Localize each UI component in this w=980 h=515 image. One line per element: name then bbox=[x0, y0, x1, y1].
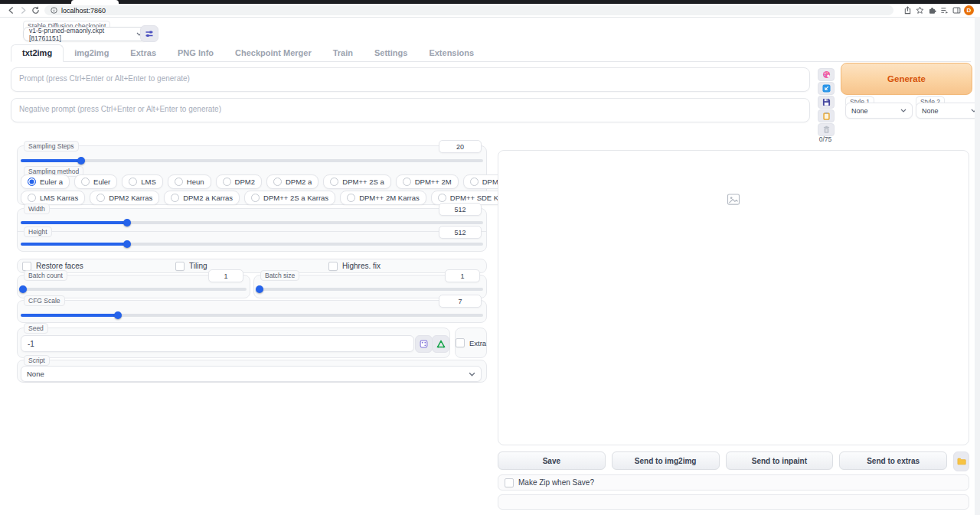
share-icon[interactable] bbox=[901, 5, 913, 17]
radio-icon bbox=[129, 178, 137, 186]
tiling-checkbox[interactable]: Tiling bbox=[175, 262, 328, 271]
open-output-folder-button[interactable] bbox=[953, 451, 969, 471]
generate-button[interactable]: Generate bbox=[841, 63, 972, 95]
reuse-seed-button[interactable] bbox=[432, 335, 449, 353]
script-dropdown[interactable]: None bbox=[21, 366, 482, 382]
sampler-label: LMS Karras bbox=[40, 194, 78, 202]
sampling-steps-value[interactable] bbox=[439, 140, 482, 153]
style1-dropdown[interactable]: None bbox=[845, 103, 913, 119]
radio-icon bbox=[403, 178, 411, 186]
site-info-icon[interactable] bbox=[51, 7, 57, 14]
extensions-puzzle-icon[interactable] bbox=[926, 5, 938, 17]
save-style-button[interactable] bbox=[818, 96, 835, 109]
send-to-extras-button[interactable]: Send to extras bbox=[839, 451, 947, 470]
sampler-dpm2[interactable]: DPM2 bbox=[216, 174, 262, 189]
slider-handle[interactable] bbox=[256, 285, 263, 293]
batch-size-label: Batch size bbox=[260, 270, 299, 281]
width-value[interactable] bbox=[439, 203, 482, 216]
url-bar[interactable]: localhost:7860 bbox=[44, 5, 893, 15]
height-value[interactable] bbox=[439, 226, 482, 239]
prompt-input[interactable] bbox=[11, 67, 810, 92]
tab-extensions[interactable]: Extensions bbox=[418, 45, 485, 61]
tab-settings[interactable]: Settings bbox=[364, 45, 418, 61]
seed-input[interactable] bbox=[21, 335, 414, 352]
tab-train[interactable]: Train bbox=[322, 45, 364, 61]
sampler-euler[interactable]: Euler bbox=[74, 174, 117, 189]
reload-icon[interactable] bbox=[29, 5, 41, 17]
random-artist-button[interactable] bbox=[818, 68, 835, 81]
slider-handle[interactable] bbox=[19, 285, 27, 293]
batch-count-slider[interactable] bbox=[21, 288, 247, 291]
back-icon[interactable] bbox=[5, 5, 17, 17]
sampler-lms[interactable]: LMS bbox=[122, 174, 163, 189]
sampler-dpm2-karras[interactable]: DPM2 Karras bbox=[90, 191, 159, 205]
bookmark-star-icon[interactable] bbox=[913, 5, 926, 17]
side-panel-icon[interactable] bbox=[950, 5, 962, 17]
random-seed-button[interactable] bbox=[415, 335, 433, 353]
highres-fix-label: Highres. fix bbox=[342, 262, 381, 270]
batch-size-value[interactable] bbox=[445, 269, 480, 282]
radio-icon bbox=[347, 194, 355, 202]
height-slider[interactable] bbox=[21, 243, 483, 246]
scrollbar[interactable] bbox=[975, 17, 980, 515]
batch-size-slider[interactable] bbox=[257, 288, 483, 291]
make-zip-checkbox[interactable]: Make Zip when Save? bbox=[505, 478, 594, 487]
sampling-steps-label: Sampling Steps bbox=[24, 141, 79, 152]
recycle-icon bbox=[436, 340, 446, 348]
extra-label: Extra bbox=[469, 339, 486, 347]
forward-icon[interactable] bbox=[17, 5, 29, 17]
sampler-label: DPM2 bbox=[235, 178, 255, 186]
cfg-scale-slider[interactable] bbox=[21, 314, 483, 317]
chevron-down-icon bbox=[900, 109, 906, 112]
checkbox-icon bbox=[22, 262, 31, 271]
media-controls-icon[interactable] bbox=[938, 5, 950, 17]
save-button[interactable]: Save bbox=[498, 451, 606, 470]
generation-info-box bbox=[498, 494, 969, 510]
sampler-dpm-2s-a[interactable]: DPM++ 2S a bbox=[323, 174, 390, 189]
restore-faces-checkbox[interactable]: Restore faces bbox=[22, 262, 175, 271]
refresh-checkpoints-button[interactable] bbox=[140, 25, 158, 42]
paste-generation-params-button[interactable] bbox=[818, 82, 835, 95]
style2-dropdown[interactable]: None bbox=[916, 103, 980, 119]
slider-handle[interactable] bbox=[114, 311, 122, 319]
tab-png-info[interactable]: PNG Info bbox=[167, 45, 224, 61]
output-actions-row: SaveSend to img2imgSend to inpaintSend t… bbox=[498, 451, 969, 470]
tab-txt2img[interactable]: txt2img bbox=[11, 44, 64, 62]
checkbox-icon bbox=[175, 262, 185, 271]
slider-handle[interactable] bbox=[123, 240, 131, 248]
sampler-dpm-2m[interactable]: DPM++ 2M bbox=[396, 174, 459, 189]
sampler-dpm-2s-a-karras[interactable]: DPM++ 2S a Karras bbox=[244, 191, 335, 205]
slider-fill bbox=[21, 314, 118, 317]
sampler-euler-a[interactable]: Euler a bbox=[21, 174, 70, 189]
send-to-inpaint-button[interactable]: Send to inpaint bbox=[726, 451, 834, 470]
style2-value: None bbox=[922, 107, 939, 115]
slider-handle[interactable] bbox=[123, 219, 131, 227]
tab-checkpoint-merger[interactable]: Checkpoint Merger bbox=[224, 45, 322, 61]
sampler-label: DPM++ 2M Karras bbox=[359, 194, 420, 202]
sampler-label: Euler a bbox=[40, 178, 63, 186]
sampler-dpm2-a-karras[interactable]: DPM2 a Karras bbox=[164, 191, 240, 205]
tab-img2img[interactable]: img2img bbox=[64, 45, 119, 61]
sampler-heun[interactable]: Heun bbox=[168, 174, 211, 189]
sampler-dpm2-a[interactable]: DPM2 a bbox=[266, 174, 318, 189]
palette-icon bbox=[822, 70, 831, 79]
extra-checkbox[interactable]: Extra bbox=[456, 338, 486, 347]
negative-prompt-input[interactable] bbox=[11, 98, 810, 122]
slider-handle[interactable] bbox=[77, 157, 85, 165]
send-to-img2img-button[interactable]: Send to img2img bbox=[612, 451, 720, 470]
tab-extras[interactable]: Extras bbox=[119, 45, 167, 61]
token-counter: 0/75 bbox=[813, 135, 838, 143]
cfg-scale-value[interactable] bbox=[439, 295, 482, 308]
sampling-steps-slider[interactable] bbox=[21, 159, 483, 162]
script-label: Script bbox=[24, 355, 50, 366]
size-group: Width Height bbox=[17, 208, 487, 252]
radio-icon bbox=[251, 194, 260, 202]
sampler-dpm-2m-karras[interactable]: DPM++ 2M Karras bbox=[340, 191, 426, 205]
checkpoint-dropdown[interactable]: v1-5-pruned-emaonly.ckpt [81761151] bbox=[23, 27, 149, 41]
profile-avatar[interactable]: D bbox=[964, 5, 974, 15]
batch-count-value[interactable] bbox=[208, 269, 243, 282]
apply-style-button[interactable] bbox=[818, 109, 835, 122]
slider-fill bbox=[21, 243, 127, 246]
width-slider[interactable] bbox=[21, 221, 483, 224]
clear-prompt-button[interactable] bbox=[818, 123, 835, 136]
